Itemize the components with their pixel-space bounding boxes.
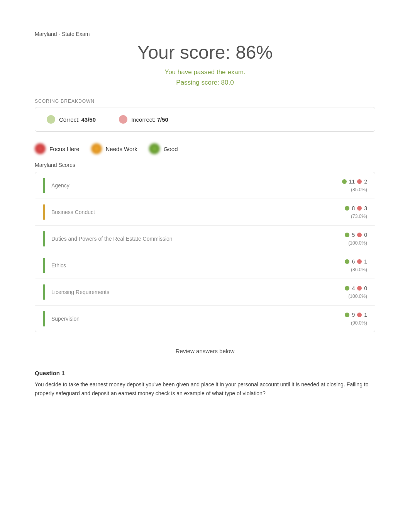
correct-item: Correct: 43/50 <box>47 115 96 124</box>
incorrect-count-duties: 0 <box>364 232 367 238</box>
needs-work-label: Needs Work <box>106 146 137 152</box>
focus-here-label: Focus Here <box>49 146 80 152</box>
table-row: Agency 11 2 (85.0%) <box>35 172 375 199</box>
percent-business: (73.0%) <box>351 214 367 219</box>
legend-needs-work: Needs Work <box>91 143 137 154</box>
incorrect-count-licensing: 0 <box>364 285 367 291</box>
table-row: Ethics 6 1 (86.0%) <box>35 252 375 279</box>
table-row: Duties and Powers of the Real Estate Com… <box>35 226 375 252</box>
question-1-text: You decide to take the earnest money dep… <box>35 380 375 398</box>
row-scores-ethics: 6 1 (86.0%) <box>345 258 367 272</box>
score-heading: Your score: 86% <box>35 42 375 63</box>
correct-count-business: 8 <box>352 205 355 211</box>
correct-count-supervision: 9 <box>352 312 355 318</box>
review-text: Review answers below <box>35 348 375 354</box>
percent-supervision: (90.0%) <box>351 320 367 326</box>
percent-ethics: (86.0%) <box>351 267 367 272</box>
percent-licensing: (100.0%) <box>348 294 367 299</box>
incorrect-count-supervision: 1 <box>364 312 367 318</box>
correct-dot-agency <box>342 179 347 184</box>
needs-work-icon <box>91 143 102 154</box>
scoring-breakdown-label: SCORING BREAKDOWN <box>35 99 375 104</box>
legend-focus-here: Focus Here <box>35 143 80 154</box>
row-scores-agency: 11 2 (85.0%) <box>342 178 367 192</box>
incorrect-dot-duties <box>357 233 362 237</box>
correct-dot-business <box>345 206 349 211</box>
row-scores-supervision: 9 1 (90.0%) <box>345 312 367 326</box>
incorrect-count-agency: 2 <box>364 178 367 185</box>
correct-count-licensing: 4 <box>352 285 355 291</box>
incorrect-dot <box>119 115 127 124</box>
correct-dot-duties <box>345 233 349 237</box>
row-name-agency: Agency <box>51 182 336 189</box>
percent-agency: (85.0%) <box>351 187 367 192</box>
maryland-scores-title: Maryland Scores <box>35 162 375 168</box>
incorrect-item: Incorrect: 7/50 <box>119 115 168 124</box>
incorrect-dot-agency <box>357 179 362 184</box>
row-bar-supervision <box>43 311 45 326</box>
correct-count-agency: 11 <box>349 178 355 185</box>
row-scores-business: 8 3 (73.0%) <box>345 205 367 219</box>
row-name-duties: Duties and Powers of the Real Estate Com… <box>51 236 339 242</box>
row-name-ethics: Ethics <box>51 262 339 269</box>
incorrect-count-business: 3 <box>364 205 367 211</box>
focus-here-icon <box>35 143 46 154</box>
table-row: Business Conduct 8 3 (73.0%) <box>35 199 375 226</box>
incorrect-dot-business <box>357 206 362 211</box>
row-name-business: Business Conduct <box>51 209 339 215</box>
correct-dot <box>47 115 55 124</box>
percent-duties: (100.0%) <box>348 240 367 246</box>
row-name-licensing: Licensing Requirements <box>51 289 339 295</box>
pass-message-text: You have passed the exam. <box>35 67 375 77</box>
row-bar-duties <box>43 231 45 246</box>
correct-dot-ethics <box>345 259 349 264</box>
passing-score-text: Passing score: 80.0 <box>35 77 375 88</box>
incorrect-label: Incorrect: 7/50 <box>131 116 168 123</box>
correct-label: Correct: 43/50 <box>59 116 96 123</box>
row-name-supervision: Supervision <box>51 316 339 322</box>
table-row: Supervision 9 1 (90.0%) <box>35 306 375 332</box>
exam-label: Maryland - State Exam <box>35 31 375 37</box>
correct-dot-licensing <box>345 286 349 291</box>
question-1-label: Question 1 <box>35 370 375 376</box>
table-row: Licensing Requirements 4 0 (100.0%) <box>35 279 375 306</box>
row-bar-agency <box>43 178 45 193</box>
incorrect-dot-ethics <box>357 259 362 264</box>
correct-count-ethics: 6 <box>352 258 355 265</box>
legend-good: Good <box>149 143 178 154</box>
row-bar-ethics <box>43 258 45 273</box>
question-1-block: Question 1 You decide to take the earnes… <box>35 370 375 398</box>
correct-dot-supervision <box>345 313 349 317</box>
row-scores-duties: 5 0 (100.0%) <box>345 232 367 246</box>
good-icon <box>149 143 160 154</box>
row-scores-licensing: 4 0 (100.0%) <box>345 285 367 299</box>
good-label: Good <box>164 146 178 152</box>
scores-box: Agency 11 2 (85.0%) Business Conduct 8 <box>35 172 375 332</box>
correct-count-duties: 5 <box>352 232 355 238</box>
pass-message-block: You have passed the exam. Passing score:… <box>35 67 375 88</box>
incorrect-count-ethics: 1 <box>364 258 367 265</box>
incorrect-dot-supervision <box>357 313 362 317</box>
row-bar-licensing <box>43 284 45 300</box>
row-bar-business <box>43 204 45 220</box>
legend-row: Focus Here Needs Work Good <box>35 143 375 154</box>
breakdown-box: Correct: 43/50 Incorrect: 7/50 <box>35 107 375 132</box>
incorrect-dot-licensing <box>357 286 362 291</box>
